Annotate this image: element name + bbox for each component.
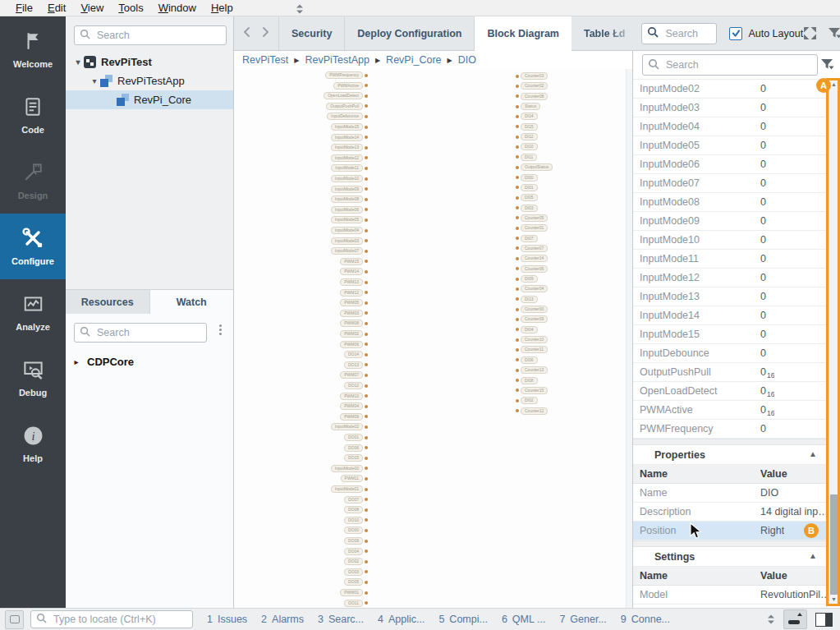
tree-item-revpitestapp[interactable]: ▾RevPiTestApp bbox=[66, 71, 233, 90]
diagram-node[interactable]: PWMFrequency bbox=[325, 71, 368, 79]
diagram-node[interactable]: InputMode12 bbox=[331, 154, 368, 162]
value-row-outputpushpull[interactable]: OutputPushPull016 bbox=[633, 363, 829, 382]
diagram-node[interactable]: InputMode05 bbox=[331, 216, 368, 223]
diagram-node[interactable]: DI03 bbox=[516, 205, 538, 212]
property-row-name[interactable]: NameDIO bbox=[633, 484, 829, 503]
diagram-node[interactable]: PWM13 bbox=[340, 278, 368, 286]
diagram-node[interactable]: InputMode14 bbox=[331, 134, 368, 141]
chevron-down-icon[interactable]: ▾ bbox=[72, 57, 84, 67]
diagram-node[interactable]: InputMode00 bbox=[331, 465, 368, 472]
diagram-node[interactable]: DI09 bbox=[516, 275, 538, 283]
chevron-right-icon[interactable] bbox=[262, 26, 269, 40]
port-dot[interactable] bbox=[365, 115, 368, 118]
search-input[interactable] bbox=[95, 326, 201, 339]
diagram-node[interactable]: DI06 bbox=[516, 356, 538, 364]
port-dot[interactable] bbox=[516, 246, 519, 250]
value-row-inputmode07[interactable]: InputMode070 bbox=[633, 174, 829, 193]
diagram-node[interactable]: Counter05 bbox=[516, 214, 548, 222]
port-dot[interactable] bbox=[365, 218, 368, 222]
diagram-node[interactable]: DI07 bbox=[516, 235, 538, 242]
port-dot[interactable] bbox=[516, 94, 519, 98]
port-dot[interactable] bbox=[365, 374, 368, 377]
diagram-node[interactable]: PWM01 bbox=[340, 589, 368, 596]
sort-icon[interactable] bbox=[767, 614, 775, 625]
port-dot[interactable] bbox=[365, 488, 368, 491]
port-dot[interactable] bbox=[516, 318, 519, 321]
filter-icon[interactable] bbox=[820, 58, 834, 73]
value-row-inputmode11[interactable]: InputMode110 bbox=[633, 250, 829, 269]
diagram-node[interactable]: DO08 bbox=[344, 506, 368, 513]
port-dot[interactable] bbox=[365, 570, 368, 573]
port-dot[interactable] bbox=[516, 328, 519, 331]
diagram-node[interactable]: DI01 bbox=[516, 184, 538, 191]
diagram-node[interactable]: DO12 bbox=[344, 382, 368, 389]
tab-table-d[interactable]: Table Łd bbox=[571, 16, 638, 50]
port-dot[interactable] bbox=[516, 338, 519, 342]
diagram-node[interactable]: InputMode03 bbox=[331, 237, 368, 245]
diagram-node[interactable]: Counter12 bbox=[516, 407, 548, 415]
port-dot[interactable] bbox=[365, 529, 368, 532]
port-dot[interactable] bbox=[365, 229, 368, 232]
port-dot[interactable] bbox=[516, 216, 519, 219]
auto-layout-checkbox[interactable] bbox=[729, 27, 742, 40]
search-input[interactable] bbox=[663, 27, 711, 40]
diagram-node[interactable]: PWM07 bbox=[340, 371, 368, 379]
breadcrumb-sort-icon[interactable] bbox=[296, 3, 304, 17]
menu-file[interactable]: File bbox=[8, 2, 40, 14]
diagram-node[interactable]: DO07 bbox=[344, 496, 368, 504]
port-dot[interactable] bbox=[365, 550, 368, 553]
value-row-inputmode14[interactable]: InputMode140 bbox=[633, 306, 829, 325]
port-dot[interactable] bbox=[365, 591, 368, 595]
menu-tools[interactable]: Tools bbox=[111, 2, 150, 14]
value-row-inputmode12[interactable]: InputMode120 bbox=[633, 269, 829, 287]
filter-icon[interactable] bbox=[828, 27, 840, 39]
scrollbar-thumb[interactable] bbox=[830, 494, 838, 595]
value-row-inputmode06[interactable]: InputMode060 bbox=[633, 155, 829, 174]
port-dot[interactable] bbox=[365, 104, 368, 108]
status-item-gener[interactable]: 7Gener... bbox=[559, 614, 606, 625]
tab-deploy-configuration[interactable]: Deploy Configuration bbox=[344, 16, 474, 50]
port-dot[interactable] bbox=[516, 227, 519, 230]
diagram-node[interactable]: Status bbox=[516, 103, 540, 110]
port-dot[interactable] bbox=[365, 84, 368, 87]
diagram-node[interactable]: DO15 bbox=[344, 454, 368, 462]
value-row-pwmfrequency[interactable]: PWMFrequency0 bbox=[633, 420, 829, 439]
status-item-alarms[interactable]: 2Alarms bbox=[261, 614, 304, 625]
diagram-node[interactable]: Counter08 bbox=[516, 93, 548, 100]
port-dot[interactable] bbox=[516, 206, 519, 209]
port-dot[interactable] bbox=[365, 457, 368, 460]
settings-header[interactable]: Settings ▲ bbox=[633, 547, 829, 567]
diagram-node[interactable]: DI05 bbox=[516, 194, 538, 201]
diagram-node[interactable]: Counter14 bbox=[516, 255, 548, 262]
value-row-inputmode02[interactable]: InputMode020 bbox=[633, 80, 829, 99]
port-dot[interactable] bbox=[516, 145, 519, 149]
chevron-right-icon[interactable]: ▸ bbox=[71, 357, 82, 366]
diagram-node[interactable]: PWM12 bbox=[340, 289, 368, 297]
property-row-position[interactable]: PositionRight bbox=[633, 522, 829, 540]
chevron-left-icon[interactable] bbox=[243, 26, 250, 40]
activity-item-welcome[interactable]: Welcome bbox=[0, 16, 66, 82]
search-input[interactable] bbox=[95, 29, 221, 42]
port-dot[interactable] bbox=[365, 477, 368, 481]
diagram-node[interactable]: DO14 bbox=[344, 351, 368, 358]
tab-watch[interactable]: Watch bbox=[150, 290, 234, 315]
diagram-node[interactable]: Counter13 bbox=[516, 366, 548, 374]
status-item-compi[interactable]: 5Compi... bbox=[438, 614, 488, 625]
port-dot[interactable] bbox=[365, 94, 368, 98]
menu-help[interactable]: Help bbox=[204, 2, 241, 14]
diagram-node[interactable]: OpenLoadDetect bbox=[324, 92, 368, 99]
diagram-node[interactable]: PWM15 bbox=[340, 258, 368, 265]
tab-security[interactable]: Security bbox=[278, 16, 344, 50]
diagram-node[interactable]: Counter02 bbox=[516, 82, 548, 90]
diagram-node[interactable]: InputMode13 bbox=[331, 144, 368, 151]
port-dot[interactable] bbox=[365, 311, 368, 315]
diagram-node[interactable]: PWMActive bbox=[333, 82, 368, 90]
diagram-node[interactable]: Counter09 bbox=[516, 315, 548, 323]
diagram-node[interactable]: DO04 bbox=[344, 548, 368, 555]
port-dot[interactable] bbox=[516, 358, 519, 361]
port-dot[interactable] bbox=[365, 281, 368, 284]
scroll-down-icon[interactable]: ▼ bbox=[829, 595, 838, 605]
status-item-issues[interactable]: 1Issues bbox=[207, 614, 247, 625]
port-dot[interactable] bbox=[516, 105, 519, 108]
port-dot[interactable] bbox=[516, 196, 519, 200]
